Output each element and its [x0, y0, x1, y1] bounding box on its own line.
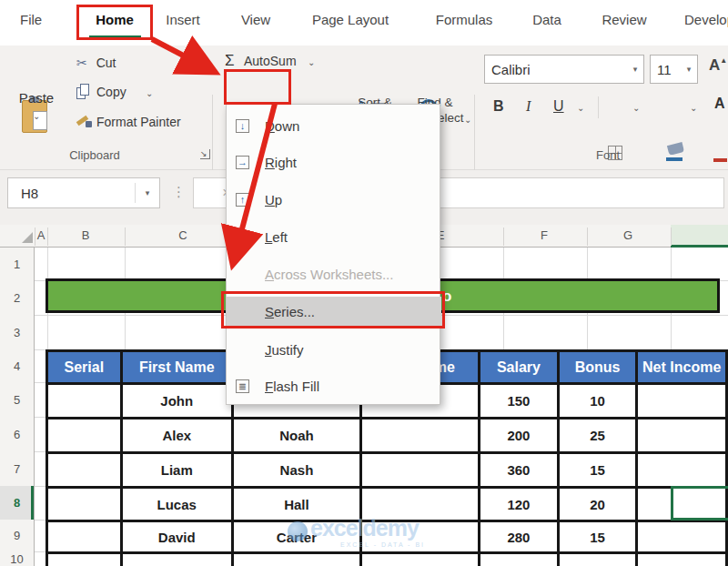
column-header-a[interactable]: A	[37, 228, 46, 242]
table-cell[interactable]	[637, 384, 727, 419]
fill-dropdown-menu: ↓Down→Right↑Up←LeftAcross Worksheets...S…	[226, 104, 440, 405]
tab-page-layout[interactable]: Page Layout	[312, 12, 389, 27]
table-cell[interactable]: Nash	[232, 453, 360, 488]
column-header-g[interactable]: G	[623, 228, 632, 242]
clipboard-dialog-launcher[interactable]: ↘	[200, 149, 210, 159]
font-name-combobox[interactable]: Calibri ▾	[484, 55, 644, 84]
row-header-4[interactable]: 4	[0, 349, 34, 382]
table-cell[interactable]	[637, 419, 727, 453]
table-cell[interactable]	[47, 488, 122, 521]
format-painter-button[interactable]: Format Painter	[76, 113, 213, 131]
table-cell[interactable]: 150	[480, 384, 559, 419]
fill-menu-item-down[interactable]: ↓Down	[227, 111, 441, 141]
table-header-salary[interactable]: Salary	[480, 351, 559, 384]
table-cell[interactable]	[232, 553, 360, 566]
active-cell-h8[interactable]	[671, 486, 728, 521]
chevron-down-icon[interactable]: ⌄	[632, 103, 640, 113]
chevron-down-icon[interactable]: ⌄	[577, 103, 584, 113]
italic-button[interactable]: I	[526, 98, 531, 115]
table-cell[interactable]	[47, 419, 122, 453]
tab-view[interactable]: View	[241, 12, 270, 27]
column-header-b[interactable]: B	[82, 228, 90, 242]
table-cell[interactable]: Alex	[121, 419, 232, 453]
fill-left-icon: ←	[236, 230, 249, 244]
watermark-logo-icon	[288, 521, 308, 541]
table-cell[interactable]: 10	[558, 384, 637, 419]
fill-up-icon: ↑	[236, 193, 249, 207]
tab-developer[interactable]: Developer	[684, 12, 728, 27]
table-header-first-name[interactable]: First Name	[121, 351, 232, 384]
row-header-3[interactable]: 3	[0, 315, 34, 349]
fill-menu-item-flash-fill[interactable]: ≣Flash Fill	[227, 371, 441, 401]
fill-menu-item-label: Across Worksheets...	[265, 267, 393, 282]
cut-button[interactable]: ✂ Cut	[76, 56, 116, 70]
table-cell[interactable]	[47, 553, 122, 566]
name-box-value: H8	[8, 186, 135, 201]
bold-button[interactable]: B	[493, 98, 504, 115]
underline-button[interactable]: U	[553, 98, 564, 115]
table-cell[interactable]: 120	[480, 488, 559, 521]
table-cell[interactable]	[558, 553, 637, 566]
table-cell[interactable]: 20	[558, 488, 637, 521]
row-header-10[interactable]: 10	[0, 551, 34, 566]
chevron-down-icon[interactable]: ⌄	[690, 103, 697, 113]
chevron-down-icon[interactable]: ⌄	[33, 111, 40, 121]
table-cell[interactable]	[480, 553, 559, 566]
table-cell[interactable]	[47, 384, 122, 419]
table-cell[interactable]: Noah	[232, 419, 360, 453]
table-header-serial[interactable]: Serial	[47, 351, 122, 384]
row-header-7[interactable]: 7	[0, 451, 34, 486]
row-header-6[interactable]: 6	[0, 417, 34, 451]
table-cell[interactable]	[361, 453, 480, 488]
column-header-h-active[interactable]	[671, 225, 728, 248]
table-cell[interactable]: John	[121, 384, 232, 419]
tab-review[interactable]: Review	[602, 12, 646, 27]
table-cell[interactable]	[361, 419, 480, 453]
table-cell[interactable]: 360	[480, 453, 559, 488]
copy-button[interactable]: Copy ⌄	[76, 84, 158, 102]
cut-icon: ✂	[76, 56, 87, 70]
tab-data[interactable]: Data	[532, 12, 561, 27]
row-header-8[interactable]: 8	[0, 486, 34, 520]
row-header-5[interactable]: 5	[0, 382, 34, 417]
tab-formulas[interactable]: Formulas	[436, 12, 493, 27]
table-cell[interactable]: 25	[558, 419, 637, 453]
chevron-down-icon: ⌄	[464, 115, 471, 125]
table-cell[interactable]: 15	[558, 521, 637, 553]
table-cell[interactable]: Liam	[121, 453, 232, 488]
column-header-c[interactable]: C	[178, 228, 187, 242]
table-cell[interactable]: David	[121, 521, 232, 553]
table-cell[interactable]	[47, 453, 122, 488]
tab-file[interactable]: File	[20, 12, 42, 27]
name-box[interactable]: H8 ▾	[7, 177, 160, 208]
tab-insert[interactable]: Insert	[166, 12, 200, 27]
fill-menu-item-justify[interactable]: Justify	[227, 335, 441, 365]
column-header-f[interactable]: F	[541, 228, 548, 242]
row-header-9[interactable]: 9	[0, 520, 34, 551]
table-header-net-income[interactable]: Net Income	[637, 351, 727, 384]
fill-menu-item-up[interactable]: ↑Up	[227, 185, 441, 215]
font-size-combobox[interactable]: 11 ▾	[650, 55, 698, 84]
table-cell[interactable]: Lucas	[121, 488, 232, 521]
table-cell[interactable]	[637, 453, 727, 488]
table-cell[interactable]	[361, 553, 480, 566]
table-header-bonus[interactable]: Bonus	[558, 351, 637, 384]
annotation-box-fill	[224, 69, 291, 105]
table-cell[interactable]: 200	[480, 419, 559, 453]
table-cell[interactable]	[637, 553, 727, 566]
table-cell[interactable]	[47, 521, 122, 553]
table-cell[interactable]: 15	[558, 453, 637, 488]
fill-menu-item-left[interactable]: ←Left	[227, 222, 441, 252]
fill-color-icon[interactable]	[667, 142, 684, 156]
row-header-2[interactable]: 2	[0, 280, 34, 315]
fill-menu-item-across-worksheets[interactable]: Across Worksheets...	[227, 259, 441, 289]
row-header-1[interactable]: 1	[0, 248, 34, 280]
more-dots-icon[interactable]: ⋮	[172, 184, 186, 200]
increase-font-size-button[interactable]: A▲	[709, 56, 727, 75]
active-row-accent	[31, 486, 34, 520]
table-cell[interactable]	[637, 521, 727, 553]
font-color-icon[interactable]: A	[714, 96, 725, 112]
fill-menu-item-right[interactable]: →Right	[227, 147, 441, 177]
table-cell[interactable]: 280	[480, 521, 559, 553]
table-cell[interactable]	[121, 553, 232, 566]
